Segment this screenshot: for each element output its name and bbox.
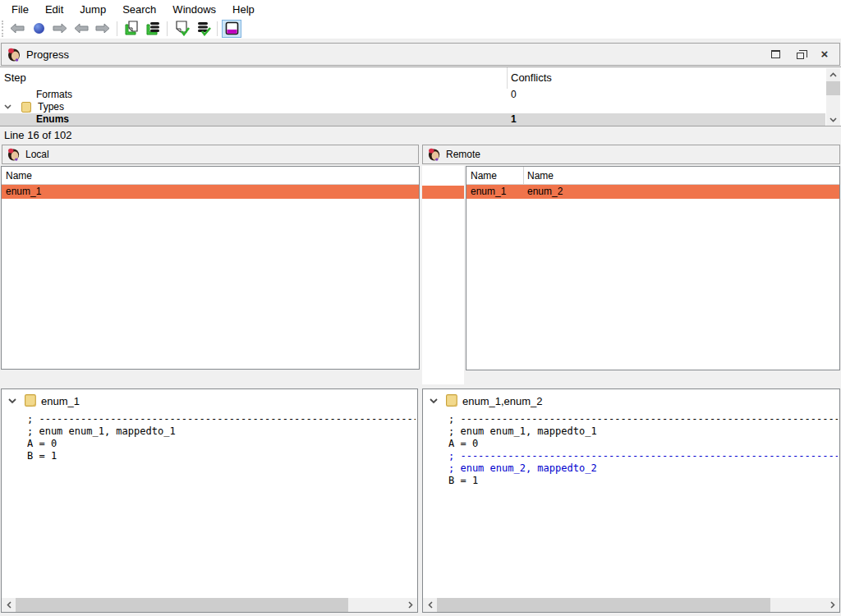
nav-back-button[interactable] [7, 20, 27, 38]
list-green-icon [145, 21, 161, 36]
column-step[interactable]: Step [4, 71, 26, 84]
row-label: Enums [36, 113, 69, 126]
menu-search[interactable]: Search [114, 2, 164, 17]
back-arrow-icon [10, 23, 25, 34]
chevron-down-icon[interactable] [430, 398, 438, 404]
blue-circle-icon [34, 23, 44, 34]
code-line: ; enum enum_1, mappedto_1 [27, 425, 416, 438]
nav-forward-button[interactable] [50, 20, 70, 38]
column-divider[interactable] [523, 167, 524, 185]
back-arrow-icon [74, 23, 89, 34]
toolbar-separator [167, 21, 168, 36]
scroll-right-icon[interactable] [403, 598, 417, 612]
remote-row-enum1[interactable]: enum_1 enum_2 [466, 185, 839, 199]
progress-titlebar[interactable]: Progress × [1, 43, 840, 66]
column-name-local[interactable]: Name [471, 170, 497, 182]
remote-table: Name Name enum_1 enum_2 [466, 166, 840, 370]
app-window: File Edit Jump Search Windows Help [0, 0, 841, 616]
list-check-icon [195, 21, 211, 36]
row-label: Formats [36, 89, 72, 101]
code-line: ; --------------------------------------… [448, 413, 838, 425]
code-line: A = 0 [27, 438, 416, 450]
remote-detail-node[interactable]: enum_1,enum_2 [423, 394, 839, 409]
maximize-icon [771, 50, 780, 58]
toolbar-drag-handle[interactable] [2, 21, 7, 37]
remote-pane-header[interactable]: Remote [422, 145, 840, 164]
scroll-up-icon[interactable] [826, 68, 840, 80]
document-check-icon [174, 21, 190, 36]
forward-arrow-icon [53, 23, 67, 34]
app-icon [428, 148, 441, 161]
scroll-left-icon[interactable] [423, 598, 437, 612]
local-detail-hscrollbar[interactable] [2, 598, 417, 612]
merge-view-toggle-button[interactable] [222, 20, 241, 38]
toolbar-separator [117, 21, 117, 36]
app-icon [7, 148, 21, 161]
chevron-down-icon[interactable] [8, 398, 16, 404]
scrollbar-thumb[interactable] [437, 598, 770, 612]
scrollbar-thumb[interactable] [16, 598, 348, 612]
toolbar [0, 18, 841, 39]
code-line: ; --------------------------------------… [448, 450, 838, 462]
code-line: ; --------------------------------------… [27, 413, 416, 425]
copy-list-button[interactable] [143, 20, 163, 38]
code-line: ; enum enum_1, mappedto_1 [448, 425, 838, 438]
local-pane-header[interactable]: Local [2, 145, 419, 164]
toolbar-separator [217, 21, 218, 36]
local-row-enum1[interactable]: enum_1 [2, 185, 419, 199]
accept-list-button[interactable] [193, 20, 213, 38]
merge-view-icon [225, 21, 239, 35]
local-table-header[interactable]: Name [2, 167, 419, 185]
progress-table: Step Conflicts Formats 0 Types Enums 1 [0, 67, 841, 126]
scrollbar-thumb[interactable] [826, 81, 840, 95]
progress-title: Progress [26, 48, 69, 61]
jump-next-button[interactable] [93, 20, 113, 38]
menu-help[interactable]: Help [224, 2, 263, 17]
folder-icon [446, 394, 458, 407]
close-button[interactable]: × [818, 48, 831, 61]
jump-previous-button[interactable] [71, 20, 91, 38]
menu-jump[interactable]: Jump [71, 2, 114, 17]
remote-detail-hscrollbar[interactable] [423, 598, 839, 612]
local-detail-code[interactable]: ; --------------------------------------… [27, 413, 416, 462]
remote-pane-title: Remote [446, 149, 480, 160]
menu-bar: File Edit Jump Search Windows Help [0, 0, 841, 18]
local-detail-node[interactable]: enum_1 [2, 394, 417, 409]
folder-icon [25, 394, 37, 407]
forward-arrow-icon [95, 23, 110, 34]
cell-name-local: enum_1 [471, 185, 506, 199]
table-row-enums[interactable]: Enums 1 [0, 113, 825, 126]
copy-document-button[interactable] [122, 20, 141, 38]
diff-map-marker[interactable] [422, 186, 464, 199]
table-row-formats[interactable]: Formats 0 [0, 89, 825, 101]
scroll-right-icon[interactable] [825, 598, 839, 612]
menu-file[interactable]: File [3, 2, 37, 17]
remote-detail-pane: enum_1,enum_2 ; ------------------------… [422, 388, 840, 613]
nav-current-button[interactable] [29, 20, 48, 38]
progress-table-header[interactable]: Step Conflicts [0, 67, 841, 89]
code-line: A = 0 [448, 438, 838, 450]
progress-scrollbar[interactable] [826, 68, 840, 126]
column-name-remote[interactable]: Name [527, 170, 554, 182]
maximize-button[interactable] [769, 48, 782, 61]
chevron-down-icon[interactable] [4, 104, 11, 109]
column-conflicts[interactable]: Conflicts [511, 71, 552, 84]
app-icon [7, 48, 21, 62]
document-green-icon [124, 21, 140, 36]
scroll-left-icon[interactable] [2, 598, 16, 612]
line-status: Line 16 of 102 [0, 127, 841, 144]
remote-detail-label: enum_1,enum_2 [462, 395, 543, 407]
accept-document-button[interactable] [172, 20, 191, 38]
code-line: B = 1 [448, 475, 838, 487]
remote-detail-code[interactable]: ; --------------------------------------… [448, 413, 838, 487]
menu-edit[interactable]: Edit [37, 2, 71, 17]
column-name[interactable]: Name [6, 170, 32, 182]
diff-map-strip[interactable] [422, 166, 464, 384]
restore-button[interactable] [793, 48, 807, 61]
column-divider[interactable] [507, 67, 508, 89]
table-row-types[interactable]: Types [0, 101, 825, 113]
menu-windows[interactable]: Windows [164, 2, 224, 17]
remote-table-header[interactable]: Name Name [466, 167, 839, 185]
cell-name: enum_1 [6, 185, 41, 199]
scroll-down-icon[interactable] [826, 113, 840, 126]
